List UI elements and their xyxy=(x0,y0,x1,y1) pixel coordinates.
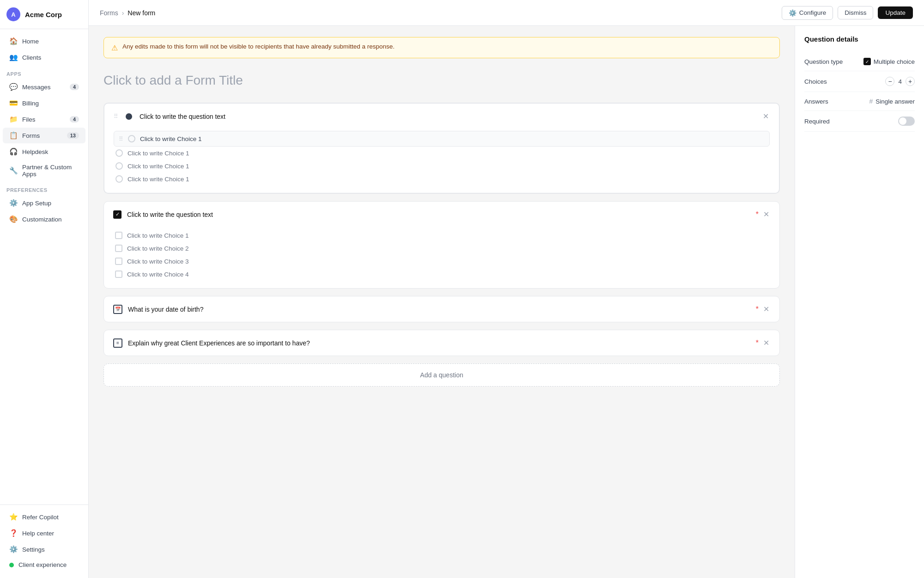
choice-text-2-3[interactable]: Click to write Choice 3 xyxy=(127,258,189,265)
choice-1-2[interactable]: Click to write Choice 1 xyxy=(114,147,770,160)
alert-message: Any edits made to this form will not be … xyxy=(122,43,395,50)
choice-text-2-1[interactable]: Click to write Choice 1 xyxy=(127,232,189,239)
topbar: Forms › New form ⚙️ Configure Dismiss Up… xyxy=(89,0,924,26)
sidebar-item-label: Customization xyxy=(22,216,62,223)
choice-1-1[interactable]: ⠿ xyxy=(114,131,770,147)
sidebar-item-helpdesk[interactable]: 🎧 Helpdesk xyxy=(3,144,85,160)
sidebar-item-refer-copilot[interactable]: ⭐ Refer Copilot xyxy=(3,509,85,525)
sidebar-item-label: Refer Copilot xyxy=(22,514,59,521)
sidebar-item-label: Client experience xyxy=(18,561,67,568)
form-title[interactable]: Click to add a Form Title xyxy=(103,69,780,92)
choice-radio-1-1 xyxy=(128,135,135,142)
sidebar-item-label: Settings xyxy=(22,546,45,553)
add-question-button[interactable]: Add a question xyxy=(103,363,780,387)
sidebar-item-label: App Setup xyxy=(22,200,51,207)
settings-icon: ⚙️ xyxy=(9,545,18,553)
choice-drag-handle[interactable]: ⠿ xyxy=(119,135,123,142)
multiple-choice-icon: ✓ xyxy=(863,58,871,65)
sidebar-item-messages[interactable]: 💬 Messages 4 xyxy=(3,79,85,95)
question-card-2: ✓ Click to write the question text * ✕ C… xyxy=(103,201,780,289)
panel-row-choices: Choices − 4 + xyxy=(804,71,915,92)
app-setup-icon: ⚙️ xyxy=(9,199,18,207)
sidebar-item-forms[interactable]: 📋 Forms 13 xyxy=(3,128,85,143)
question-type-label: Question type xyxy=(804,58,859,65)
question-1-actions: ✕ xyxy=(762,111,770,122)
required-star-q3: * xyxy=(756,305,759,314)
sidebar-item-label: Forms xyxy=(22,132,40,139)
sidebar-logo[interactable]: A Acme Corp xyxy=(0,0,88,29)
files-icon: 📁 xyxy=(9,115,18,123)
question-2-choices: Click to write Choice 1 Click to write C… xyxy=(104,227,779,288)
choice-2-4[interactable]: Click to write Choice 4 xyxy=(113,268,770,281)
choices-counter: − 4 + xyxy=(885,77,915,86)
choice-text-1-4[interactable]: Click to write Choice 1 xyxy=(128,176,189,183)
choice-checkbox-2-3 xyxy=(115,258,122,265)
question-type-value: ✓ Multiple choice xyxy=(863,58,915,65)
choice-1-4[interactable]: Click to write Choice 1 xyxy=(114,172,770,185)
panel-title: Question details xyxy=(804,35,915,43)
choice-1-3[interactable]: Click to write Choice 1 xyxy=(114,160,770,172)
partner-apps-icon: 🔧 xyxy=(9,166,18,175)
logo-icon: A xyxy=(6,7,20,21)
preferences-section-label: Preferences xyxy=(0,182,88,195)
question-2-text[interactable]: Click to write the question text xyxy=(127,211,750,218)
sidebar-item-label: Billing xyxy=(22,100,39,107)
choice-2-2[interactable]: Click to write Choice 2 xyxy=(113,242,770,255)
choice-text-1-2[interactable]: Click to write Choice 1 xyxy=(128,150,189,157)
apps-section-label: Apps xyxy=(0,66,88,79)
choice-text-2-4[interactable]: Click to write Choice 4 xyxy=(127,271,189,278)
sidebar-item-client-experience[interactable]: Client experience xyxy=(3,558,85,572)
breadcrumb-root[interactable]: Forms xyxy=(100,9,118,17)
right-panel: Question details Question type ✓ Multipl… xyxy=(795,26,924,578)
choices-decrement-button[interactable]: − xyxy=(885,77,894,86)
choices-label: Choices xyxy=(804,78,881,85)
choice-text-1-3[interactable]: Click to write Choice 1 xyxy=(128,163,189,170)
choices-count: 4 xyxy=(898,78,902,85)
customization-icon: 🎨 xyxy=(9,215,18,223)
sidebar: A Acme Corp 🏠 Home 👥 Clients Apps 💬 Mess… xyxy=(0,0,89,578)
hash-icon: # xyxy=(869,98,873,105)
close-question-3-button[interactable]: ✕ xyxy=(762,304,770,314)
forms-badge: 13 xyxy=(67,132,79,139)
panel-row-required: Required xyxy=(804,111,915,132)
sidebar-item-app-setup[interactable]: ⚙️ App Setup xyxy=(3,195,85,211)
choice-2-1[interactable]: Click to write Choice 1 xyxy=(113,229,770,242)
choice-input-1-1[interactable] xyxy=(140,135,765,142)
answers-value: # Single answer xyxy=(869,98,915,105)
panel-row-answers: Answers # Single answer xyxy=(804,92,915,111)
question-card-3: 📅 What is your date of birth? * ✕ xyxy=(103,296,780,322)
sidebar-item-customization[interactable]: 🎨 Customization xyxy=(3,211,85,227)
required-toggle[interactable] xyxy=(898,117,915,126)
choice-checkbox-2-4 xyxy=(115,271,122,278)
sidebar-bottom: ⭐ Refer Copilot ❓ Help center ⚙️ Setting… xyxy=(0,504,88,578)
question-1-text[interactable]: Click to write the question text xyxy=(140,113,756,120)
close-question-1-button[interactable]: ✕ xyxy=(762,111,770,122)
choice-checkbox-2-2 xyxy=(115,245,122,252)
dismiss-button[interactable]: Dismiss xyxy=(838,6,873,19)
sidebar-item-partner-apps[interactable]: 🔧 Partner & Custom Apps xyxy=(3,160,85,181)
alert-banner: ⚠ Any edits made to this form will not b… xyxy=(103,37,780,58)
configure-button[interactable]: ⚙️ Configure xyxy=(782,6,833,20)
question-3-text[interactable]: What is your date of birth? xyxy=(128,306,750,313)
drag-handle-q1[interactable]: ⠿ xyxy=(114,113,118,120)
sidebar-item-settings[interactable]: ⚙️ Settings xyxy=(3,541,85,557)
choice-2-3[interactable]: Click to write Choice 3 xyxy=(113,255,770,268)
help-center-icon: ❓ xyxy=(9,529,18,537)
question-4-text[interactable]: Explain why great Client Experiences are… xyxy=(128,339,750,347)
update-button[interactable]: Update xyxy=(878,6,913,19)
choices-increment-button[interactable]: + xyxy=(906,77,915,86)
close-question-2-button[interactable]: ✕ xyxy=(762,209,770,220)
workspace: ⚠ Any edits made to this form will not b… xyxy=(89,26,924,578)
sidebar-item-billing[interactable]: 💳 Billing xyxy=(3,95,85,111)
sidebar-item-clients[interactable]: 👥 Clients xyxy=(3,49,85,65)
form-area: ⚠ Any edits made to this form will not b… xyxy=(89,26,795,578)
sidebar-item-files[interactable]: 📁 Files 4 xyxy=(3,111,85,127)
choice-text-2-2[interactable]: Click to write Choice 2 xyxy=(127,245,189,252)
question-card-1: ⠿ Click to write the question text ✕ ⠿ xyxy=(103,103,780,194)
sidebar-item-home[interactable]: 🏠 Home xyxy=(3,33,85,49)
question-3-actions: * ✕ xyxy=(756,304,770,314)
choice-radio-1-4 xyxy=(116,175,123,183)
close-question-4-button[interactable]: ✕ xyxy=(762,338,770,348)
choice-radio-1-2 xyxy=(116,149,123,157)
sidebar-item-help-center[interactable]: ❓ Help center xyxy=(3,525,85,541)
